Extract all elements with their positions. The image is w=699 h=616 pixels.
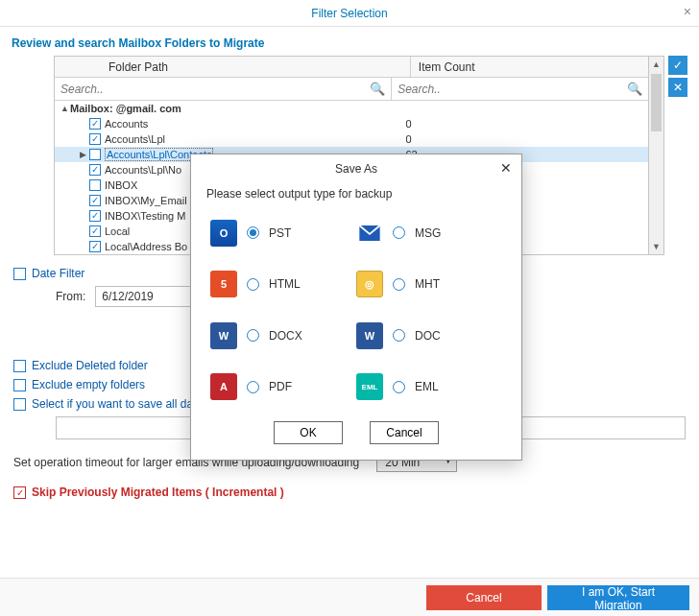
folder-label: INBOX\My_Email xyxy=(105,195,187,206)
dialog-subtitle: Please select output type for backup xyxy=(191,183,521,210)
scroll-up-icon[interactable]: ▲ xyxy=(649,57,663,72)
format-option-pst[interactable]: OPST xyxy=(210,218,356,249)
dialog-title-bar: Save As ✕ xyxy=(191,154,521,183)
format-radio[interactable] xyxy=(247,329,259,342)
row-checkbox[interactable] xyxy=(89,225,101,237)
format-option-doc[interactable]: WDOC xyxy=(356,320,502,351)
format-radio[interactable] xyxy=(393,329,405,342)
format-grid: OPSTMSG5HTML◎MHTWDOCXWDOCAPDFEMLEML xyxy=(191,210,521,410)
close-icon[interactable]: × xyxy=(684,4,691,19)
skip-label: Skip Previously Migrated Items ( Increme… xyxy=(32,486,284,499)
section-title: Review and search Mailbox Folders to Mig… xyxy=(0,27,699,56)
exclude-empty-checkbox[interactable] xyxy=(13,379,26,391)
folder-label: Mailbox: @gmail. com xyxy=(70,103,181,114)
doc-icon: W xyxy=(356,322,383,349)
grid-scrollbar[interactable]: ▲ ▼ xyxy=(649,56,664,255)
search-icon[interactable]: 🔍 xyxy=(627,82,642,96)
table-row[interactable]: ▲Mailbox: @gmail. com xyxy=(55,101,648,116)
check-all-button[interactable]: ✓ xyxy=(668,56,687,75)
format-option-docx[interactable]: WDOCX xyxy=(210,320,356,351)
format-label: PDF xyxy=(269,380,292,393)
format-label: HTML xyxy=(269,277,301,291)
row-checkbox[interactable] xyxy=(89,210,101,222)
close-icon[interactable]: ✕ xyxy=(500,160,512,176)
dialog-footer: OK Cancel xyxy=(191,410,521,460)
format-radio[interactable] xyxy=(393,278,405,291)
scroll-down-icon[interactable]: ▼ xyxy=(649,239,663,254)
save-all-label: Select if you want to save all dat xyxy=(32,397,196,411)
format-radio[interactable] xyxy=(247,226,259,239)
folder-label: Local\Address Bo xyxy=(105,241,187,252)
html-icon: 5 xyxy=(210,271,237,297)
item-count: 0 xyxy=(398,118,648,130)
format-label: DOCX xyxy=(269,329,302,343)
folder-label: Accounts xyxy=(105,118,148,130)
folder-label: Accounts\Lpl xyxy=(105,133,165,145)
folder-label: Local xyxy=(105,225,130,237)
format-label: MSG xyxy=(415,226,441,240)
uncheck-all-button[interactable]: ✕ xyxy=(668,78,687,97)
scroll-track[interactable] xyxy=(649,72,663,239)
format-option-pdf[interactable]: APDF xyxy=(210,372,356,403)
modal-cancel-button[interactable]: Cancel xyxy=(370,421,439,444)
footer: Cancel I am OK, Start Migration xyxy=(0,578,699,616)
row-checkbox[interactable] xyxy=(89,195,101,206)
format-option-msg[interactable]: MSG xyxy=(356,218,502,249)
window-title-bar: Filter Selection × xyxy=(0,0,699,27)
exclude-empty-label: Exclude empty folders xyxy=(32,378,145,391)
save-as-dialog: Save As ✕ Please select output type for … xyxy=(190,154,522,461)
dialog-title: Save As xyxy=(335,162,377,176)
grid-search-row: 🔍 🔍 xyxy=(55,78,648,101)
start-migration-button[interactable]: I am OK, Start Migration xyxy=(547,585,689,610)
format-label: MHT xyxy=(415,277,440,291)
col-header-path[interactable]: Folder Path xyxy=(55,57,411,77)
ok-button[interactable]: OK xyxy=(274,421,343,444)
row-checkbox[interactable] xyxy=(89,149,101,160)
skip-checkbox[interactable] xyxy=(13,486,26,499)
docx-icon: W xyxy=(210,322,237,349)
format-label: EML xyxy=(415,380,439,393)
msg-icon xyxy=(356,220,383,247)
table-row[interactable]: Accounts\Lpl0 xyxy=(55,131,648,147)
eml-icon: EML xyxy=(356,373,383,400)
folder-label: Accounts\Lpl\No xyxy=(105,164,181,176)
row-checkbox[interactable] xyxy=(89,241,101,252)
row-checkbox[interactable] xyxy=(89,179,101,191)
cancel-button[interactable]: Cancel xyxy=(426,585,542,610)
format-option-eml[interactable]: EMLEML xyxy=(356,372,502,403)
format-label: PST xyxy=(269,226,291,240)
format-radio[interactable] xyxy=(247,278,259,291)
item-count: 0 xyxy=(398,133,648,145)
scroll-thumb[interactable] xyxy=(651,74,662,131)
row-checkbox[interactable] xyxy=(89,118,101,130)
row-checkbox[interactable] xyxy=(89,164,101,176)
format-radio[interactable] xyxy=(247,381,259,393)
mht-icon: ◎ xyxy=(356,271,383,297)
pdf-icon: A xyxy=(210,373,237,400)
date-filter-checkbox[interactable] xyxy=(13,268,26,280)
folder-label: INBOX\Testing M xyxy=(105,210,185,222)
search-path-input[interactable] xyxy=(55,81,391,98)
grid-header: Folder Path Item Count xyxy=(55,57,648,78)
row-checkbox[interactable] xyxy=(89,133,101,145)
save-all-checkbox[interactable] xyxy=(13,398,26,411)
skip-row: Skip Previously Migrated Items ( Increme… xyxy=(13,486,686,499)
search-icon[interactable]: 🔍 xyxy=(370,82,385,96)
table-row[interactable]: Accounts0 xyxy=(55,116,648,131)
expand-icon[interactable]: ▶ xyxy=(80,150,89,159)
pst-icon: O xyxy=(210,220,237,247)
format-radio[interactable] xyxy=(393,226,405,239)
side-buttons: ✓ ✕ xyxy=(668,56,687,100)
expand-icon[interactable]: ▲ xyxy=(60,104,70,113)
format-radio[interactable] xyxy=(393,381,405,393)
exclude-deleted-label: Exclude Deleted folder xyxy=(32,359,148,372)
search-count-input[interactable] xyxy=(392,81,648,98)
exclude-deleted-checkbox[interactable] xyxy=(13,360,26,372)
from-label: From: xyxy=(56,290,85,303)
folder-label: INBOX xyxy=(105,179,137,191)
format-option-html[interactable]: 5HTML xyxy=(210,270,356,300)
window-title: Filter Selection xyxy=(311,7,387,20)
date-filter-label: Date Filter xyxy=(32,267,84,280)
col-header-count[interactable]: Item Count xyxy=(411,57,648,77)
format-option-mht[interactable]: ◎MHT xyxy=(356,270,502,300)
